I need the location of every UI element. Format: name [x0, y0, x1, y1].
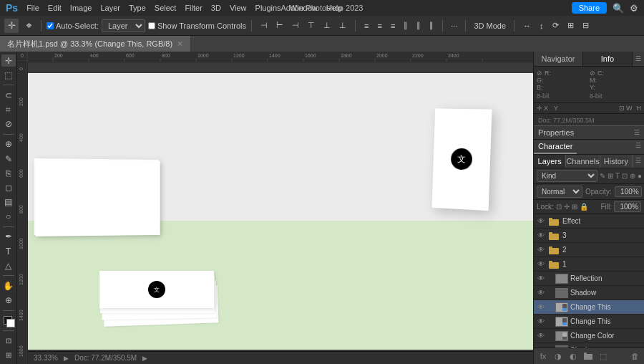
- layer-reflection[interactable]: 👁 Reflection: [534, 272, 644, 286]
- transform-5[interactable]: ⊟: [579, 20, 592, 31]
- zoom-arrow[interactable]: ▶: [64, 355, 69, 362]
- new-layer-icon[interactable]: ⬚: [597, 350, 610, 363]
- menu-view[interactable]: View: [230, 4, 247, 12]
- layer-2[interactable]: 👁 2: [534, 243, 644, 257]
- zoom-tool[interactable]: ⊕: [1, 294, 16, 306]
- menu-plugins[interactable]: Plugins: [255, 4, 281, 12]
- quick-mask-icon[interactable]: ⊡: [1, 335, 16, 347]
- layer-3[interactable]: 👁 3: [534, 229, 644, 243]
- layer-vis-2[interactable]: 👁: [537, 246, 545, 254]
- selection-tool[interactable]: ⬚: [1, 69, 16, 81]
- layer-change-this-2[interactable]: 👁 Change This: [534, 315, 644, 329]
- eraser-tool[interactable]: ◻: [1, 181, 16, 193]
- align-center-h-btn[interactable]: ⊢: [273, 20, 287, 31]
- search-icon[interactable]: 🔍: [613, 3, 624, 14]
- layer-vis-change-2[interactable]: 👁: [537, 317, 545, 326]
- character-menu[interactable]: ☰: [633, 140, 644, 154]
- lock-pixel-icon[interactable]: ⊡: [556, 203, 562, 211]
- menu-layer[interactable]: Layer: [100, 4, 120, 12]
- move-tool-icon[interactable]: ✛: [4, 19, 19, 33]
- dodge-tool[interactable]: ○: [1, 211, 16, 223]
- heal-tool[interactable]: ⊕: [1, 138, 16, 150]
- tab-character[interactable]: Character: [534, 140, 577, 154]
- gradient-tool[interactable]: ▤: [1, 196, 16, 209]
- tab-layers[interactable]: Layers: [534, 155, 566, 168]
- layer-change-color-1[interactable]: 👁 Change Color: [534, 329, 644, 343]
- opacity-input[interactable]: [615, 186, 642, 197]
- tab-info[interactable]: Info: [583, 52, 633, 66]
- tab-history[interactable]: History: [600, 155, 633, 168]
- align-top-btn[interactable]: ⊤: [304, 20, 318, 31]
- new-adjustment-icon[interactable]: ◐: [567, 350, 580, 363]
- panel-menu-icon[interactable]: ☰: [633, 52, 644, 66]
- layer-vis-shadow-1[interactable]: 👁: [537, 289, 545, 297]
- foreground-color[interactable]: [1, 315, 16, 327]
- dist-3[interactable]: ≡: [387, 20, 399, 31]
- auto-select-checkbox[interactable]: [47, 22, 54, 29]
- layer-1[interactable]: 👁 1: [534, 257, 644, 272]
- type-tool[interactable]: T: [1, 245, 16, 257]
- menu-file[interactable]: File: [26, 4, 39, 12]
- layer-vis-change-1[interactable]: 👁: [537, 303, 545, 312]
- properties-menu[interactable]: ☰: [634, 129, 640, 136]
- filter-icon-4[interactable]: ⊡: [622, 172, 628, 180]
- delete-layer-icon[interactable]: 🗑: [628, 350, 641, 363]
- tab-navigator[interactable]: Navigator: [534, 52, 583, 66]
- dist-4[interactable]: ∥: [400, 20, 411, 31]
- lasso-tool[interactable]: ⊂: [1, 89, 16, 101]
- align-center-v-btn[interactable]: ⊥: [320, 20, 334, 31]
- pen-tool[interactable]: ✒: [1, 231, 16, 243]
- screen-mode-icon[interactable]: ⊞: [1, 349, 16, 361]
- shape-tool[interactable]: △: [1, 259, 16, 272]
- fill-input[interactable]: [614, 201, 641, 212]
- dist-6[interactable]: ∥: [426, 20, 437, 31]
- add-style-icon[interactable]: fx: [537, 350, 550, 363]
- document-tab[interactable]: 名片样机1.psd @ 33.3% (Change This, RGB/8) ✕: [0, 36, 191, 52]
- share-button[interactable]: Share: [572, 2, 607, 14]
- close-doc-icon[interactable]: ✕: [177, 39, 183, 49]
- transform-4[interactable]: ⊞: [564, 20, 577, 31]
- transform-controls-checkbox[interactable]: [148, 22, 155, 29]
- menu-type[interactable]: Type: [129, 4, 146, 12]
- crop-tool[interactable]: ⌗: [1, 103, 16, 115]
- more-options[interactable]: ···: [448, 20, 460, 32]
- dist-2[interactable]: ≡: [374, 20, 385, 31]
- auto-select-dropdown[interactable]: Layer Group: [102, 19, 145, 32]
- lock-artboard-icon[interactable]: ⊞: [572, 203, 577, 211]
- canvas-viewport[interactable]: 张三 总经理 地址：深圳市福安区金地金融中心8楼805号 电话：123-0000…: [28, 62, 533, 364]
- brush-tool[interactable]: ✎: [1, 153, 16, 165]
- layers-menu[interactable]: ☰: [633, 155, 644, 168]
- filter-icon-1[interactable]: ✎: [600, 172, 605, 180]
- new-group-icon[interactable]: [582, 350, 595, 363]
- layer-vis-color-1[interactable]: 👁: [537, 332, 545, 340]
- filter-toggle[interactable]: ●: [638, 172, 642, 180]
- filter-icon-3[interactable]: T: [615, 172, 620, 180]
- settings-icon[interactable]: ⚙: [630, 3, 638, 14]
- layer-vis-reflection[interactable]: 👁: [537, 274, 545, 283]
- transform-1[interactable]: ↔: [519, 20, 535, 31]
- transform-2[interactable]: ↕: [536, 20, 547, 31]
- layer-vis-effect[interactable]: 👁: [537, 217, 545, 226]
- layer-vis-1[interactable]: 👁: [537, 260, 545, 269]
- stamp-tool[interactable]: ⎘: [1, 167, 16, 179]
- status-arrow[interactable]: ▶: [142, 355, 147, 362]
- arrange-icon[interactable]: ❖: [21, 19, 36, 33]
- layer-kind-select[interactable]: Kind Name Effect Mode Attribute Color Sm…: [537, 170, 597, 182]
- lock-all-icon[interactable]: 🔒: [580, 203, 588, 211]
- dist-5[interactable]: ∥: [413, 20, 424, 31]
- layer-effect[interactable]: 👁 Effect: [534, 214, 644, 229]
- hand-tool[interactable]: ✋: [1, 279, 16, 292]
- add-mask-icon[interactable]: ◑: [552, 350, 565, 363]
- align-left-btn[interactable]: ⊣: [257, 20, 271, 31]
- menu-image[interactable]: Image: [70, 4, 92, 12]
- move-tool[interactable]: ✛: [1, 54, 16, 67]
- filter-icon-2[interactable]: ⊞: [608, 172, 613, 180]
- align-right-btn[interactable]: ⊣: [288, 20, 303, 31]
- tab-channels[interactable]: Channels: [566, 155, 600, 168]
- eyedropper-tool[interactable]: ⊘: [1, 118, 16, 130]
- align-bottom-btn[interactable]: ⊥: [336, 20, 350, 31]
- filter-icon-5[interactable]: ⊕: [630, 172, 635, 180]
- layer-shadow-1[interactable]: 👁 Shadow: [534, 286, 644, 300]
- menu-filter[interactable]: Filter: [185, 4, 202, 12]
- layer-change-this-1[interactable]: 👁 Change This: [534, 300, 644, 315]
